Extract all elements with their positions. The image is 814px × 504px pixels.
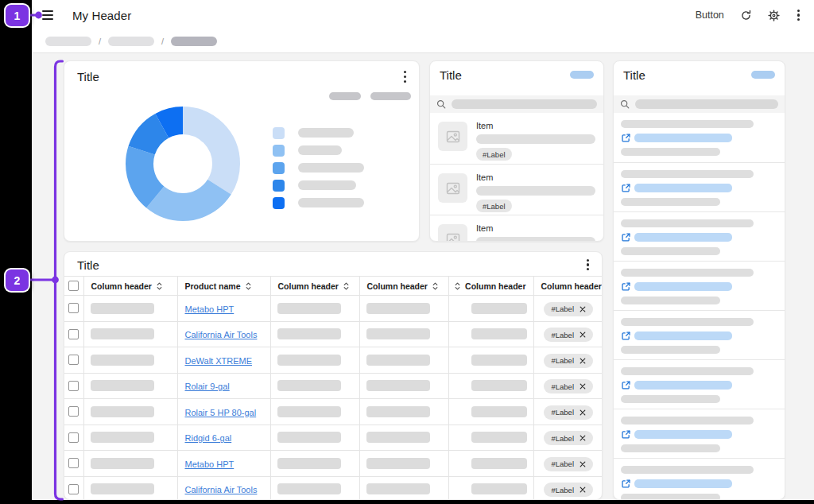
card-action-pill[interactable] [570,71,594,79]
column-header-6[interactable]: Column header [533,277,603,296]
external-link-icon[interactable] [621,331,631,341]
row-checkbox[interactable] [68,458,79,468]
link-text-placeholder[interactable] [634,479,732,488]
sort-icon[interactable] [454,282,461,290]
label-tag-removable[interactable]: #Label [544,379,593,394]
breadcrumb-segment[interactable] [108,37,154,46]
row-checkbox[interactable] [68,406,79,417]
sort-icon[interactable] [432,282,439,290]
link-list-item[interactable] [614,359,785,409]
select-all-checkbox[interactable] [68,281,79,291]
sort-icon[interactable] [245,282,252,290]
column-header-2[interactable]: Product name [177,277,270,296]
product-link[interactable]: Ridgid 6-gal [185,433,232,443]
close-icon[interactable] [579,358,586,364]
product-link[interactable]: Rolair 5 HP 80-gal [185,408,257,417]
external-link-icon[interactable] [621,479,631,489]
card-action-pill[interactable] [751,71,775,79]
table-row: DeWalt XTREME#Label [64,347,603,374]
row-select-cell [64,476,83,500]
close-icon[interactable] [579,435,586,441]
close-icon[interactable] [579,383,586,390]
data-table-card: Title Column headerProduct nameColumn he… [64,251,603,500]
overflow-menu-icon[interactable] [796,8,801,23]
link-list-item[interactable] [614,310,785,359]
chart-filter-pill[interactable] [370,92,411,100]
link-text-placeholder[interactable] [634,430,732,439]
link-list-item[interactable] [614,113,785,162]
column-header-1[interactable]: Column header [83,277,177,296]
label-tag-removable[interactable]: #Label [544,431,593,445]
column-header-4[interactable]: Column header [359,277,448,296]
chart-filter-pill[interactable] [329,92,361,100]
link-list-item[interactable] [614,162,785,211]
sort-icon[interactable] [156,282,163,290]
column-header-label: Product name [185,281,241,291]
product-link[interactable]: Rolair 9-gal [185,382,230,391]
breadcrumb-segment[interactable] [45,37,91,46]
close-icon[interactable] [579,331,586,338]
table-row: Metabo HPT#Label [64,296,603,322]
external-link-icon[interactable] [621,133,631,143]
link-row [621,429,778,440]
external-link-icon[interactable] [621,232,631,242]
row-checkbox[interactable] [68,329,79,339]
external-link-icon[interactable] [621,183,631,193]
media-list-item[interactable]: Item#Label [430,215,603,242]
link-text-placeholder[interactable] [634,233,732,242]
column-header-3[interactable]: Column header [270,277,359,296]
link-text-placeholder[interactable] [634,331,732,340]
media-list-item[interactable]: Item#Label [430,164,603,215]
link-text-placeholder[interactable] [634,134,732,142]
row-checkbox[interactable] [68,484,79,494]
row-checkbox[interactable] [68,381,79,391]
link-text-placeholder[interactable] [634,381,732,390]
row-checkbox[interactable] [68,303,79,313]
product-link[interactable]: California Air Tools [185,330,258,339]
external-link-icon[interactable] [621,429,631,440]
close-icon[interactable] [579,306,586,312]
link-text-placeholder[interactable] [634,282,732,291]
product-link[interactable]: California Air Tools [185,485,258,494]
media-item-body: Item#Label [476,224,595,242]
external-link-icon[interactable] [621,380,631,390]
external-link-icon[interactable] [621,281,631,292]
label-tag[interactable]: #Label [476,200,512,212]
refresh-icon[interactable] [740,10,752,21]
cell-placeholder [366,328,430,339]
label-tag-removable[interactable]: #Label [544,328,593,342]
card-overflow-icon[interactable] [585,258,591,273]
cell-placeholder [91,303,154,314]
legend-item [273,159,364,176]
search-input[interactable] [452,99,597,109]
close-icon[interactable] [579,409,586,416]
link-list-item[interactable] [614,409,785,458]
link-list-item[interactable] [614,261,785,310]
product-link[interactable]: Metabo HPT [185,459,235,469]
column-header-5[interactable]: Column header [448,277,533,296]
sort-icon[interactable] [343,282,350,290]
card-overflow-icon[interactable] [402,69,408,84]
settings-gear-icon[interactable] [768,10,780,21]
media-list-item[interactable]: Item#Label [430,113,603,164]
label-tag-removable[interactable]: #Label [544,405,593,420]
link-text-placeholder[interactable] [634,184,732,192]
label-tag-removable[interactable]: #Label [544,354,593,368]
row-checkbox[interactable] [68,355,79,365]
link-list-item[interactable] [614,458,785,500]
label-tag-removable[interactable]: #Label [544,457,593,471]
hamburger-icon[interactable] [42,10,53,19]
label-tag[interactable]: #Label [476,148,512,161]
close-icon[interactable] [579,487,586,493]
search-input[interactable] [635,99,778,109]
row-checkbox[interactable] [68,432,79,443]
search-bar[interactable] [614,95,785,113]
product-link[interactable]: DeWalt XTREME [185,356,253,366]
label-tag-removable[interactable]: #Label [544,483,593,497]
product-link[interactable]: Metabo HPT [185,304,235,314]
close-icon[interactable] [579,461,586,467]
label-tag-removable[interactable]: #Label [544,302,593,316]
search-bar[interactable] [430,95,603,113]
header-button[interactable]: Button [696,10,724,21]
link-list-item[interactable] [614,211,785,261]
